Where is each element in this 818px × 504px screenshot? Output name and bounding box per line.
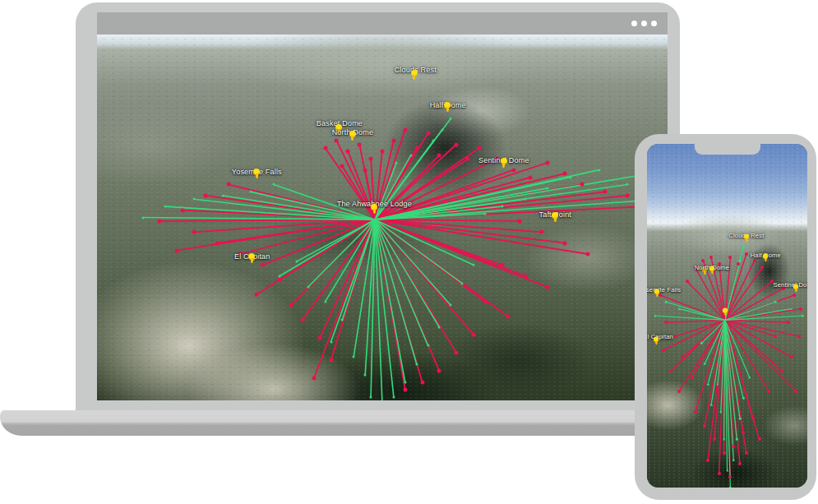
visible-endpoint-dot: [742, 246, 745, 248]
phone-notch-icon: [695, 144, 760, 155]
sightlines-layer: [97, 35, 668, 400]
blocked-endpoint-dot: [391, 139, 395, 143]
blocked-endpoint-dot: [483, 299, 487, 303]
window-control-dot[interactable]: [631, 21, 637, 26]
window-control-dot[interactable]: [651, 21, 657, 26]
visible-endpoint-dot: [483, 213, 486, 215]
hub-map-pin-icon[interactable]: [722, 307, 728, 316]
visible-endpoint-dot: [395, 161, 398, 164]
visible-endpoint-dot: [441, 128, 443, 131]
blocked-endpoint-dot: [158, 219, 162, 223]
visible-endpoint-dot: [733, 459, 735, 461]
visible-endpoint-dot: [726, 469, 728, 472]
blocked-endpoint-dot: [780, 369, 783, 372]
map-pin-icon[interactable]: [349, 131, 357, 141]
blocked-endpoint-dot: [346, 150, 350, 154]
blocked-endpoint-dot: [669, 369, 672, 372]
blocked-endpoint-dot: [709, 256, 713, 259]
blocked-endpoint-dot: [674, 335, 677, 338]
map-pin-icon[interactable]: [654, 289, 660, 297]
blocked-endpoint-dot: [760, 266, 764, 269]
map-pin-icon[interactable]: [252, 169, 261, 179]
place-label: Sentinel Dome: [773, 281, 807, 289]
blocked-endpoint-dot: [477, 146, 481, 150]
visible-endpoint-dot: [450, 304, 452, 307]
window-control-dot[interactable]: [641, 21, 647, 26]
blocked-endpoint-dot: [511, 168, 515, 172]
visible-endpoint-dot: [742, 397, 745, 400]
blocked-endpoint-dot: [546, 285, 550, 289]
blocked-endpoint-dot: [603, 190, 607, 194]
visible-endpoint-dot: [774, 301, 777, 303]
map-pin-icon[interactable]: [443, 102, 451, 113]
map-viewport-laptop[interactable]: Clouds RestHalf DomeBasket DomeNorth Dom…: [97, 35, 668, 400]
blocked-endpoint-dot: [701, 259, 705, 262]
visible-endpoint-dot: [501, 206, 503, 208]
blocked-endpoint-dot: [369, 157, 373, 161]
visible-endpoint-dot: [279, 275, 281, 277]
blocked-endpoint-dot: [580, 183, 584, 187]
map-pin-icon[interactable]: [653, 337, 659, 345]
map-pin-icon[interactable]: [743, 234, 750, 243]
blocked-endpoint-dot: [677, 390, 681, 393]
visible-endpoint-dot: [524, 198, 526, 201]
blocked-endpoint-dot: [381, 150, 385, 154]
blocked-endpoint-dot: [414, 146, 418, 150]
visible-endpoint-dot: [461, 282, 464, 284]
map-pin-icon[interactable]: [551, 212, 559, 223]
blocked-endpoint-dot: [323, 146, 327, 150]
map-pin-icon[interactable]: [762, 253, 769, 261]
map-pin-icon[interactable]: [709, 266, 715, 274]
visible-endpoint-dot: [729, 487, 732, 488]
visible-endpoint-dot: [710, 404, 713, 406]
blocked-endpoint-dot: [403, 127, 407, 132]
visible-endpoint-dot: [717, 383, 719, 386]
map-pin-icon[interactable]: [247, 253, 256, 264]
visible-endpoint-dot: [598, 169, 600, 171]
blocked-endpoint-dot: [523, 274, 527, 278]
blocked-endpoint-dot: [758, 437, 761, 441]
visible-endpoint-dot: [700, 342, 703, 344]
visible-endpoint-dot: [415, 363, 418, 365]
blocked-endpoint-dot: [723, 451, 726, 455]
visible-endpoint-dot: [626, 183, 629, 186]
map-pin-icon[interactable]: [793, 284, 799, 293]
blocked-endpoint-dot: [793, 294, 796, 297]
map-pin-icon[interactable]: [500, 158, 508, 169]
visible-endpoint-dot: [404, 381, 406, 383]
visible-endpoint-dot: [427, 344, 429, 347]
map-pin-icon[interactable]: [410, 70, 418, 81]
blocked-endpoint-dot: [215, 241, 219, 245]
blocked-endpoint-dot: [681, 355, 684, 358]
laptop-frame: Clouds RestHalf DomeBasket DomeNorth Dom…: [76, 2, 680, 410]
blocked-endpoint-dot: [546, 160, 550, 164]
blocked-endpoint-dot: [787, 321, 790, 324]
visible-endpoint-dot: [678, 307, 681, 310]
blocked-endpoint-dot: [742, 431, 745, 434]
hub-map-pin-icon[interactable]: [370, 204, 378, 215]
visible-endpoint-dot: [250, 191, 252, 193]
visible-endpoint-dot: [802, 315, 804, 317]
visible-endpoint-dot: [353, 355, 355, 358]
blocked-endpoint-dot: [403, 387, 407, 391]
visible-endpoint-dot: [707, 383, 709, 386]
visible-endpoint-dot: [739, 418, 742, 420]
blocked-endpoint-dot: [335, 139, 339, 143]
laptop-screen: Clouds RestHalf DomeBasket DomeNorth Dom…: [97, 12, 668, 400]
blocked-sightline: [375, 220, 588, 254]
blocked-endpoint-dot: [472, 332, 476, 336]
blocked-endpoint-dot: [686, 280, 689, 283]
blocked-sightline: [725, 320, 792, 357]
blocked-endpoint-dot: [585, 252, 589, 257]
visible-endpoint-dot: [473, 264, 475, 266]
blocked-endpoint-dot: [728, 475, 732, 479]
map-viewport-phone[interactable]: Clouds RestHalf DomeNorth DomeSentinel D…: [647, 144, 807, 488]
mockup-stage: Clouds RestHalf DomeBasket DomeNorth Dom…: [0, 0, 818, 504]
blocked-endpoint-dot: [329, 358, 333, 363]
blocked-endpoint-dot: [706, 459, 709, 462]
blocked-endpoint-dot: [203, 193, 207, 197]
blocked-endpoint-dot: [455, 142, 459, 146]
visible-endpoint-dot: [141, 216, 144, 219]
blocked-endpoint-dot: [289, 303, 293, 307]
window-controls: [631, 21, 657, 26]
